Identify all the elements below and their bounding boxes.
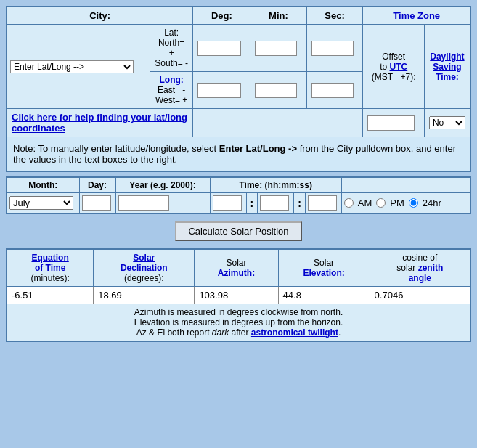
minute-input-cell[interactable]: 45 <box>258 193 294 214</box>
solar-decl-header[interactable]: SolarDeclination (degrees): <box>94 249 195 287</box>
min-header: Min: <box>250 7 306 25</box>
solar-azimuth-value: 103.98 <box>195 287 278 304</box>
offset-cell: Offset to UTC (MST= +7): <box>363 25 424 109</box>
solar-azimuth-link[interactable]: Azimuth: <box>218 268 255 278</box>
time-label: Time: (hh:mm:ss) <box>210 177 341 193</box>
month-label: Month: <box>7 177 79 193</box>
cosine-value: 0.7046 <box>370 287 470 304</box>
city-select[interactable]: Enter Lat/Long --> Other Cities... <box>10 60 134 73</box>
long-sec-cell[interactable]: 29 <box>306 72 363 109</box>
long-help-link[interactable]: Long: <box>159 75 183 85</box>
am-radio[interactable] <box>344 198 354 208</box>
utc-link[interactable]: UTC <box>390 62 408 72</box>
help-link-cell[interactable]: Click here for help finding your lat/lon… <box>7 109 193 137</box>
lat-min-input[interactable]: 54 <box>255 41 297 56</box>
second-input[interactable]: 30 <box>308 195 337 211</box>
long-deg-cell[interactable]: 116 <box>193 72 250 109</box>
long-min-cell[interactable]: 23 <box>250 72 306 109</box>
lat-deg-input[interactable]: 39 <box>197 41 240 56</box>
lat-sec-cell[interactable]: 56 <box>306 25 363 72</box>
deg-header: Deg: <box>193 7 250 25</box>
solar-elevation-link[interactable]: Elevation: <box>303 268 344 278</box>
pm-radio[interactable] <box>376 198 386 208</box>
offset-input[interactable]: 7 <box>367 115 414 131</box>
minute-input[interactable]: 45 <box>260 195 289 211</box>
colon2: : <box>294 193 306 214</box>
city-header: City: <box>7 7 193 25</box>
sec-header: Sec: <box>306 7 363 25</box>
daylight-saving-link[interactable]: DaylightSavingTime: <box>430 52 464 82</box>
eq-time-value: -6.51 <box>7 287 94 304</box>
lat-label-cell: Lat: North= + South= - <box>150 25 192 72</box>
day-label: Day: <box>79 177 115 193</box>
year-label: Year (e.g. 2000): <box>115 177 210 193</box>
long-deg-input[interactable]: 116 <box>197 83 240 98</box>
lat-min-cell[interactable]: 54 <box>250 25 306 72</box>
astronomical-twilight-link[interactable]: astronomical twilight <box>251 327 338 338</box>
long-label-cell: Long: East= - West= + <box>150 72 192 109</box>
lat-sec-input[interactable]: 56 <box>311 41 354 56</box>
daylight-select-cell[interactable]: No Yes <box>424 109 470 137</box>
year-input[interactable]: 2023 <box>118 195 169 211</box>
hour-input-cell[interactable]: 9 <box>210 193 246 214</box>
note-cell: Note: To manually enter latitude/longitu… <box>7 137 470 172</box>
time-radio-cell[interactable]: AM PM 24hr <box>341 193 470 214</box>
solar-decl-link[interactable]: SolarDeclination <box>121 253 168 273</box>
solar-elevation-header[interactable]: SolarElevation: <box>278 249 370 287</box>
colon1: : <box>246 193 258 214</box>
eq-time-header[interactable]: Equationof Time (minutes): <box>7 249 94 287</box>
calculate-button[interactable]: Calculate Solar Position <box>175 221 301 241</box>
eq-time-link[interactable]: Equationof Time <box>31 253 68 273</box>
zenith-link[interactable]: zenithangle <box>409 263 444 283</box>
month-select-cell[interactable]: JanuaryFebruaryMarchApril MayJuneJulyAug… <box>7 193 79 214</box>
footnote-cell: Azimuth is measured in degrees clockwise… <box>7 304 470 342</box>
day-input-cell[interactable]: 29 <box>79 193 115 214</box>
long-sec-input[interactable]: 29 <box>311 83 354 98</box>
daylight-select[interactable]: No Yes <box>429 116 465 129</box>
solar-elevation-value: 44.8 <box>278 287 370 304</box>
year-input-cell[interactable]: 2023 <box>115 193 210 214</box>
timezone-header[interactable]: Time Zone <box>363 7 470 25</box>
solar-azimuth-header[interactable]: SolarAzimuth: <box>195 249 278 287</box>
second-input-cell[interactable]: 30 <box>305 193 341 214</box>
month-select[interactable]: JanuaryFebruaryMarchApril MayJuneJulyAug… <box>9 196 73 210</box>
day-input[interactable]: 29 <box>82 195 111 211</box>
24hr-radio[interactable] <box>409 198 418 208</box>
long-min-input[interactable]: 23 <box>255 83 297 98</box>
city-select-cell[interactable]: Enter Lat/Long --> Other Cities... <box>7 25 150 109</box>
timezone-link[interactable]: Time Zone <box>393 10 440 21</box>
cosine-header[interactable]: cosine ofsolar zenithangle <box>370 249 470 287</box>
help-link[interactable]: Click here for help finding your lat/lon… <box>12 112 187 134</box>
solar-decl-value: 18.69 <box>94 287 195 304</box>
daylight-cell: DaylightSavingTime: <box>424 25 470 109</box>
empty-cell <box>193 109 363 137</box>
hour-input[interactable]: 9 <box>213 195 242 211</box>
offset-input-cell[interactable]: 7 <box>363 109 424 137</box>
lat-deg-cell[interactable]: 39 <box>193 25 250 72</box>
